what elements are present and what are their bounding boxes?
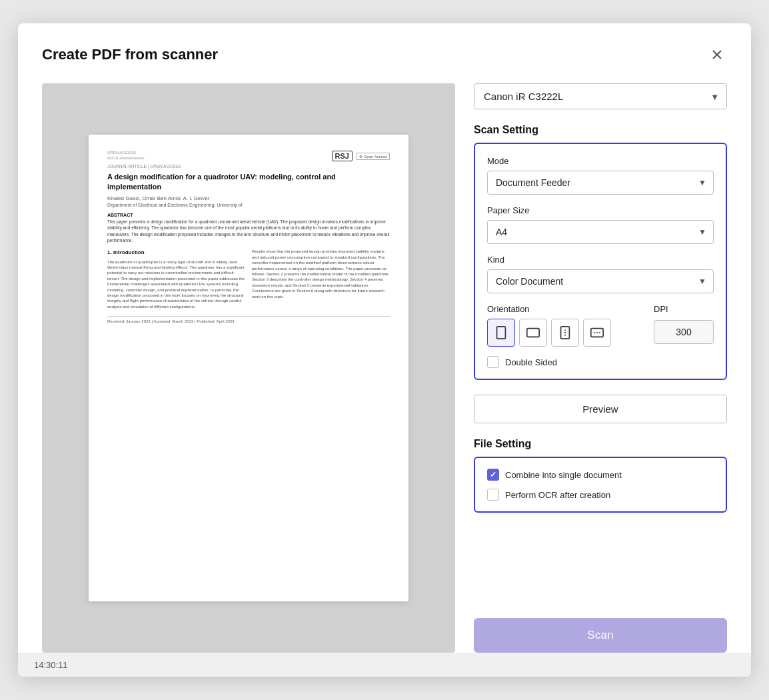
orientation-dpi-row: Orientation: [487, 304, 714, 347]
doc-affiliation: Department of Electrical and Electronic …: [107, 203, 390, 207]
doc-header-row: OPEN ACCESS doi:10.xxxxxx/xxxxxx RSJ ⊕ O…: [107, 151, 390, 161]
close-icon: [710, 47, 724, 62]
doc-abstract-label: ABSTRACT: [107, 213, 390, 217]
doc-small-text: OPEN ACCESS: [107, 151, 145, 155]
doc-col-right: Results show that the proposed design pr…: [252, 249, 390, 309]
scanner-select-wrap: Canon iR C3222L ▼: [474, 83, 727, 109]
orientation-buttons: [487, 319, 643, 347]
doc-rsj-logo: RSJ: [332, 151, 353, 161]
doc-col-left: 1. Introduction The quadrotor or quadcop…: [107, 249, 245, 309]
doc-journal-label: JOURNAL ARTICLE | OPEN ACCESS: [107, 164, 390, 169]
doc-footer: Received: January 2023 | Accepted: March…: [107, 316, 390, 323]
paper-size-select[interactable]: A4 A3 Letter Legal: [487, 220, 714, 244]
create-pdf-dialog: Create PDF from scanner OPEN ACCESS doi:…: [18, 23, 751, 677]
bottom-time: 14:30:11: [34, 660, 68, 670]
doc-two-col-section: 1. Introduction The quadrotor or quadcop…: [107, 249, 390, 309]
double-sided-label: Double Sided: [505, 357, 557, 367]
kind-select-wrap: Color Document Black & White Document Co…: [487, 269, 714, 293]
orientation-landscape-button[interactable]: [519, 319, 547, 347]
kind-label: Kind: [487, 255, 714, 265]
close-button[interactable]: [707, 45, 727, 65]
orientation-portrait-button[interactable]: [487, 319, 515, 347]
landscape-flip-icon: [590, 325, 604, 340]
file-setting-section-title: File Setting: [474, 438, 727, 450]
ocr-label: Perform OCR after creation: [505, 490, 610, 500]
dialog-body: OPEN ACCESS doi:10.xxxxxx/xxxxxx RSJ ⊕ O…: [42, 83, 727, 653]
doc-authors: Khaled Guezi, Omar Ben Amor, A. I. Glove…: [107, 195, 390, 201]
landscape-icon: [526, 325, 540, 340]
file-setting-box: Combine into single document Perform OCR…: [474, 457, 727, 513]
double-sided-checkbox[interactable]: [487, 356, 499, 368]
orientation-label: Orientation: [487, 304, 643, 314]
scan-button[interactable]: Scan: [474, 618, 727, 653]
ocr-checkbox[interactable]: [487, 489, 499, 501]
doc-abstract-text: This paper presents a design modificatio…: [107, 219, 390, 244]
combine-checkbox[interactable]: [487, 469, 499, 481]
scan-setting-box: Mode Document Feeder Flatbed ▼ Paper Siz…: [474, 143, 727, 380]
portrait-icon: [494, 325, 508, 340]
double-sided-row: Double Sided: [487, 356, 714, 368]
doc-intro-text: The quadrotor or quadcopter is a rotary …: [107, 259, 245, 310]
document-preview: OPEN ACCESS doi:10.xxxxxx/xxxxxx RSJ ⊕ O…: [89, 135, 408, 601]
dialog-title: Create PDF from scanner: [42, 46, 218, 63]
mode-label: Mode: [487, 156, 714, 166]
dpi-group: DPI: [654, 304, 714, 344]
doc-title: A design modification for a quadrotor UA…: [107, 172, 390, 193]
orientation-group: Orientation: [487, 304, 643, 347]
doc-section-title: 1. Introduction: [107, 249, 245, 256]
document-preview-area: OPEN ACCESS doi:10.xxxxxx/xxxxxx RSJ ⊕ O…: [42, 83, 455, 653]
preview-button[interactable]: Preview: [474, 395, 727, 423]
dialog-header: Create PDF from scanner: [42, 45, 727, 65]
paper-size-label: Paper Size: [487, 205, 714, 215]
ocr-option-row: Perform OCR after creation: [487, 489, 714, 501]
combine-option-row: Combine into single document: [487, 469, 714, 481]
dpi-label: DPI: [654, 304, 714, 314]
portrait-flip-icon: [558, 325, 572, 340]
settings-spacer: [474, 527, 727, 618]
paper-size-select-wrap: A4 A3 Letter Legal ▼: [487, 220, 714, 244]
svg-rect-2: [497, 327, 506, 339]
kind-select[interactable]: Color Document Black & White Document Co…: [487, 269, 714, 293]
mode-select-wrap: Document Feeder Flatbed ▼: [487, 171, 714, 195]
doc-logos: RSJ ⊕ Open Access: [332, 151, 390, 161]
scan-setting-section-title: Scan Setting: [474, 124, 727, 136]
combine-label: Combine into single document: [505, 470, 622, 480]
doc-right-text: Results show that the proposed design pr…: [252, 249, 390, 299]
orientation-portrait-flip-button[interactable]: [551, 319, 579, 347]
mode-select[interactable]: Document Feeder Flatbed: [487, 171, 714, 195]
settings-panel: Canon iR C3222L ▼ Scan Setting Mode Docu…: [474, 83, 727, 653]
svg-rect-3: [527, 329, 539, 337]
dpi-input[interactable]: [654, 320, 714, 344]
scanner-select[interactable]: Canon iR C3222L: [474, 83, 727, 109]
bottom-bar: 14:30:11: [18, 653, 751, 677]
doc-doi: doi:10.xxxxxx/xxxxxx: [107, 156, 145, 160]
doc-open-access-badge: ⊕ Open Access: [357, 153, 390, 160]
orientation-landscape-flip-button[interactable]: [583, 319, 611, 347]
